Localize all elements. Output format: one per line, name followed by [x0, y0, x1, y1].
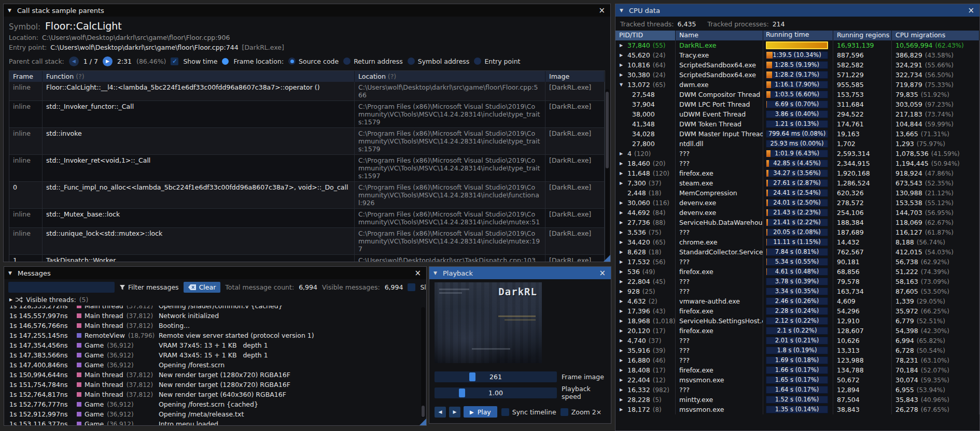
header-image[interactable]: Image — [545, 71, 605, 82]
resize-grip[interactable] — [419, 419, 426, 425]
call-stack-row[interactable]: inline std::invoke C:\Program Files (x86… — [9, 128, 605, 155]
message-row[interactable]: 1s 150,994,644ns Main thread (37,812) Ne… — [4, 370, 426, 380]
prev-frame-button[interactable]: ◀ — [435, 407, 446, 418]
messages-titlebar[interactable]: ▼ Messages × — [4, 267, 426, 279]
expand-arrow-icon[interactable]: ▶ — [620, 220, 627, 225]
call-stack-row[interactable]: 1 TaskDispatch::Worker C:\Users\wolf\Des… — [9, 255, 605, 262]
header-running-regions[interactable]: Running regions — [833, 31, 892, 40]
playback-titlebar[interactable]: ▼ Playback × — [429, 267, 611, 279]
message-row[interactable]: 1s 152,912,997ns Game (36,912) Opening /… — [4, 409, 426, 419]
filter-messages-control[interactable]: Filter messages — [119, 283, 179, 291]
expand-arrow-icon[interactable]: ▶ — [620, 407, 627, 412]
cpu-process-row[interactable]: ▶ 7,300 (37) steam.exe 27.61 s (2.87%) 1… — [615, 178, 979, 188]
expand-arrow-icon[interactable]: ▶ — [620, 250, 627, 254]
expand-arrow-icon[interactable]: ▶ — [620, 299, 627, 304]
collapse-arrow-icon[interactable]: ▼ — [8, 270, 14, 276]
call-stack-row[interactable]: inline std::_Mutex_base::lock C:\Program… — [9, 209, 605, 228]
expand-arrow-icon[interactable]: ▶ — [620, 210, 627, 215]
resize-grip[interactable] — [604, 255, 610, 262]
cpu-process-row[interactable]: ▶ 30,380 (24) ScriptedSandbox64.exe 1:28… — [615, 70, 979, 80]
clear-button[interactable]: Clear — [184, 282, 221, 293]
frame-location-radio[interactable]: Return address — [343, 58, 403, 65]
frame-image[interactable]: DarkRL — [435, 282, 542, 363]
cpu-process-row[interactable]: ▶ 18,968 (1,018) ServiceHub.SettingsHost… — [615, 316, 979, 326]
cpu-process-row[interactable]: ▶ 30,060 (116) devenv.exe 24.01 s (2.50%… — [615, 198, 979, 208]
expand-arrow-icon[interactable]: ▶ — [620, 378, 627, 382]
message-row[interactable]: 1s 147,383,566ns Game (36,912) VRAM 43x4… — [4, 350, 426, 360]
cpu-process-row[interactable]: ▶ 27,736 (88) ServiceHub.DataWarehouse 2… — [615, 218, 979, 227]
frame-location-radio[interactable]: Entry point — [474, 58, 520, 65]
call-stack-row[interactable]: inline std::unique_lock<std::mutex>::loc… — [9, 228, 605, 255]
expand-arrow-icon[interactable]: ▶ — [620, 289, 627, 294]
prev-stack-button[interactable]: ◀ — [69, 56, 79, 66]
cpu-process-row[interactable]: 34,028 DWM Master Input Thread 799.64 ms… — [615, 129, 979, 139]
header-name[interactable]: Name — [676, 31, 763, 40]
cpu-process-row[interactable]: ▶ 17,396 (43) firefox.exe 2.28 s (0.24%)… — [615, 306, 979, 316]
close-icon[interactable]: × — [597, 7, 606, 15]
message-row[interactable]: 1s 145,557,997ns Main thread (37,812) Ne… — [4, 311, 426, 321]
cpu-process-row[interactable]: ▶ 20,120 (17) firefox.exe 2.1 s (0.22%) … — [615, 326, 979, 336]
header-function[interactable]: Function (?) — [43, 71, 355, 82]
call-stack-row[interactable]: inline Floor::CalcLight::__l4::<lambda_5… — [9, 82, 605, 101]
message-row[interactable]: 1s 147,400,846ns Game (36,912) Opening /… — [4, 360, 426, 370]
scrollbar-thumb[interactable] — [606, 92, 609, 168]
expand-arrow-icon[interactable]: ▶ — [620, 63, 627, 67]
location-help-hint[interactable]: (?) — [388, 73, 396, 80]
cpu-data-titlebar[interactable]: ▼ CPU data × — [615, 4, 979, 17]
call-stack-titlebar[interactable]: ▼ Call stack sample parents × — [4, 4, 610, 17]
cpu-process-row[interactable]: ▶ 44,692 (84) devenv.exe 21.43 s (2.23%)… — [615, 208, 979, 218]
cpu-process-row[interactable]: ▶ 16,332 (982) ??? 1.64 s (0.17%) 12,894… — [615, 385, 979, 395]
cpu-process-row[interactable]: ▶ 18,408 (17) firefox.exe 1.66 s (0.17%)… — [615, 365, 979, 375]
expand-arrow-icon[interactable]: ▶ — [620, 230, 627, 235]
expand-arrow-icon[interactable]: ▶ — [620, 328, 627, 333]
expand-arrow-icon[interactable]: ▶ — [620, 279, 627, 284]
cpu-process-row[interactable]: ▶ 45,620 (24) Tracy.exe 1:39.5 (10.34%) … — [615, 50, 979, 60]
cpu-process-row[interactable]: ▶ 17,532 (56) ??? 5.34 s (0.55%) 90,181 … — [615, 257, 979, 267]
cpu-process-row[interactable]: 37,904 DWM LPC Port Thread 6.69 s (0.70%… — [615, 99, 979, 109]
cpu-process-row[interactable]: ▶ 18,460 (20) ??? 42.85 s (4.45%) 2,344,… — [615, 159, 979, 168]
expand-arrow-icon[interactable]: ▶ — [620, 348, 627, 353]
cpu-process-row[interactable]: ▼ 13,072 (65) dwm.exe 1:16.1 (7.90%) 955… — [615, 80, 979, 90]
frame-location-radio[interactable]: Source code — [288, 58, 339, 65]
visible-threads-treenode[interactable]: ▶ Visible threads: (5) — [4, 294, 426, 305]
expand-arrow-icon[interactable]: ▶ — [620, 387, 627, 392]
filter-input[interactable] — [8, 282, 115, 293]
expand-arrow-icon[interactable]: ▶ — [620, 338, 627, 343]
expand-arrow-icon[interactable]: ▶ — [620, 161, 627, 166]
message-row[interactable]: 1s 153,116,377ns Game (36,912) Intro men… — [4, 419, 426, 425]
expand-arrow-icon[interactable]: ▶ — [620, 397, 627, 402]
expand-arrow-icon[interactable]: ▶ — [620, 358, 627, 363]
cpu-process-row[interactable]: ▶ 16,880 (46) ??? 1.69 s (0.18%) 123,988… — [615, 355, 979, 365]
message-row[interactable]: 1s 147,255,145ns RemoteView (18,796) Rem… — [4, 331, 426, 340]
expand-arrow-icon[interactable]: ▶ — [620, 151, 627, 156]
call-stack-row[interactable]: inline std::_Invoker_ret<void,1>::_Call … — [9, 155, 605, 182]
message-row[interactable]: 1s 151,754,784ns Main thread (37,812) Ne… — [4, 380, 426, 390]
next-stack-button[interactable]: ▶ — [103, 56, 113, 66]
close-icon[interactable]: × — [413, 269, 422, 277]
cpu-process-row[interactable]: ▶ 22,804 (45) ??? 3.78 s (0.39%) 79,578 … — [615, 277, 979, 286]
scrollbar[interactable] — [421, 307, 425, 418]
cpu-process-row[interactable]: 27,800 ntdll.dll 25.93 ms (0.00%) 1,702 … — [615, 139, 979, 149]
collapse-arrow-icon[interactable]: ▼ — [620, 8, 625, 13]
expand-arrow-icon[interactable]: ▶ — [620, 171, 627, 176]
expand-arrow-icon[interactable]: ▼ — [620, 82, 627, 87]
collapse-arrow-icon[interactable]: ▼ — [8, 8, 13, 13]
cpu-process-row[interactable]: 27,548 DWM Compositor Thread 1:03.5 (6.6… — [615, 90, 979, 99]
function-help-hint[interactable]: (?) — [76, 73, 84, 80]
expand-arrow-icon[interactable]: ▶ — [620, 319, 627, 323]
cpu-process-row[interactable]: ▶ 4 (120) ??? 1:01.9 (6.43%) 2,593,314 1… — [615, 149, 979, 159]
expand-arrow-icon[interactable]: ▶ — [620, 73, 627, 77]
call-stack-row[interactable]: 0 std::_Func_impl_no_alloc<<lambda_5bc22… — [9, 182, 605, 209]
cpu-process-row[interactable]: 38,000 uDWM Event Thread 3.86 s (0.40%) … — [615, 109, 979, 119]
call-stack-row[interactable]: inline std::_Invoker_functor::_Call C:\P… — [9, 101, 605, 128]
message-row[interactable]: 1s 128,335,272ns Main thread (37,812) Op… — [4, 306, 426, 311]
zoom-2x-checkbox[interactable] — [561, 408, 568, 416]
expand-arrow-icon[interactable]: ▶ — [620, 269, 627, 274]
collapse-arrow-icon[interactable]: ▼ — [433, 270, 439, 276]
header-cpu-migrations[interactable]: CPU migrations — [892, 31, 979, 40]
expand-arrow-icon[interactable]: ▶ — [620, 240, 627, 245]
expand-arrow-icon[interactable]: ▶ — [620, 260, 627, 264]
expand-arrow-icon[interactable]: ▶ — [620, 181, 627, 185]
expand-arrow-icon[interactable]: ▶ — [620, 309, 627, 313]
cpu-process-row[interactable]: ▶ 35,916 (39) ??? 1.8 s (0.19%) 13,313 6… — [615, 346, 979, 355]
